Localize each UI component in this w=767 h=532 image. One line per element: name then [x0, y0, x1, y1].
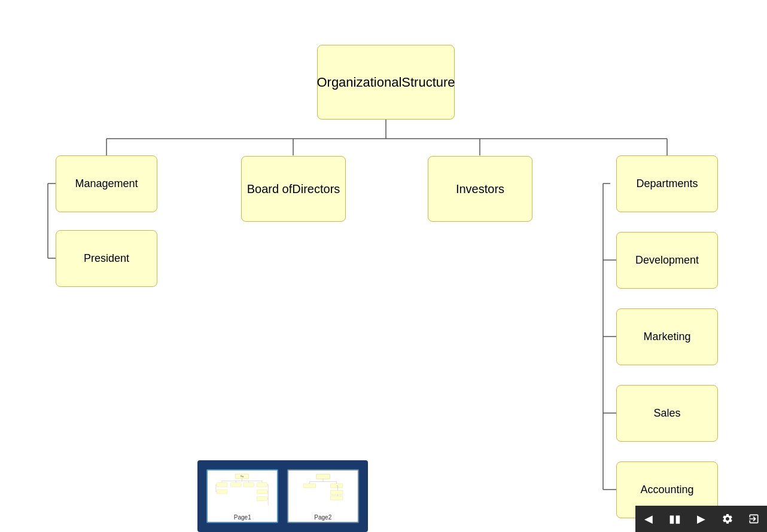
departments-node[interactable]: Departments — [616, 155, 718, 212]
svg-rect-37 — [316, 474, 330, 479]
svg-rect-25 — [244, 482, 254, 487]
svg-rect-47 — [330, 490, 342, 494]
svg-rect-27 — [217, 490, 227, 494]
exit-button[interactable] — [741, 506, 767, 532]
investors-node[interactable]: Investors — [428, 156, 532, 222]
forward-button[interactable]: ▶ — [688, 506, 714, 532]
page1-label: Page1 — [234, 514, 251, 521]
svg-rect-42 — [303, 484, 315, 488]
svg-text:Org: Org — [241, 475, 244, 477]
board-node[interactable]: Board ofDirectors — [241, 156, 346, 222]
svg-rect-24 — [231, 482, 241, 487]
settings-button[interactable] — [714, 506, 741, 532]
diagram-area: OrganizationalStructure Management Presi… — [0, 0, 767, 532]
svg-rect-49 — [330, 496, 342, 500]
svg-rect-23 — [217, 482, 227, 487]
page-navigator: Org — [197, 460, 368, 532]
svg-rect-36 — [257, 496, 267, 500]
development-node[interactable]: Development — [616, 232, 718, 289]
svg-rect-35 — [257, 490, 267, 494]
page2-label: Page2 — [314, 514, 331, 521]
page2-thumb[interactable]: Page2 — [287, 469, 359, 523]
management-node[interactable]: Management — [56, 155, 157, 212]
bottom-toolbar: ◀ ▮▮ ▶ — [635, 506, 767, 532]
president-node[interactable]: President — [56, 230, 157, 287]
page1-thumb[interactable]: Org — [206, 469, 278, 523]
root-node[interactable]: OrganizationalStructure — [317, 45, 455, 120]
pause-button[interactable]: ▮▮ — [662, 506, 688, 532]
back-button[interactable]: ◀ — [635, 506, 662, 532]
sales-node[interactable]: Sales — [616, 385, 718, 442]
svg-rect-26 — [257, 482, 267, 487]
marketing-node[interactable]: Marketing — [616, 308, 718, 365]
